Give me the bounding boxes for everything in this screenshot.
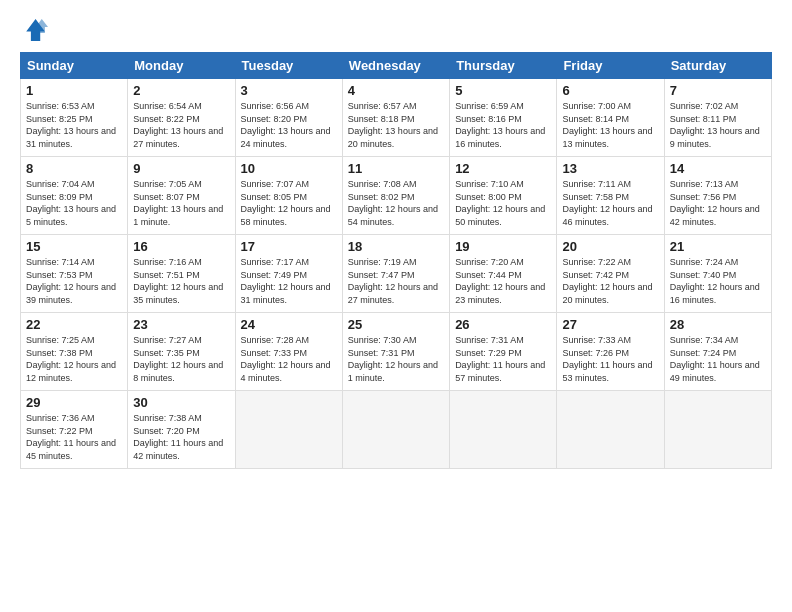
table-row: 5Sunrise: 6:59 AMSunset: 8:16 PMDaylight… [450,79,557,157]
table-row: 13Sunrise: 7:11 AMSunset: 7:58 PMDayligh… [557,157,664,235]
col-saturday: Saturday [664,53,771,79]
day-detail: Sunrise: 7:38 AMSunset: 7:20 PMDaylight:… [133,413,223,461]
day-number: 18 [348,239,444,254]
day-detail: Sunrise: 7:17 AMSunset: 7:49 PMDaylight:… [241,257,331,305]
table-row: 26Sunrise: 7:31 AMSunset: 7:29 PMDayligh… [450,313,557,391]
header [20,16,772,44]
day-number: 9 [133,161,229,176]
week-row-1: 1Sunrise: 6:53 AMSunset: 8:25 PMDaylight… [21,79,772,157]
day-number: 17 [241,239,337,254]
table-row: 10Sunrise: 7:07 AMSunset: 8:05 PMDayligh… [235,157,342,235]
col-thursday: Thursday [450,53,557,79]
day-detail: Sunrise: 7:16 AMSunset: 7:51 PMDaylight:… [133,257,223,305]
day-number: 19 [455,239,551,254]
day-detail: Sunrise: 6:53 AMSunset: 8:25 PMDaylight:… [26,101,116,149]
table-row: 22Sunrise: 7:25 AMSunset: 7:38 PMDayligh… [21,313,128,391]
day-detail: Sunrise: 7:02 AMSunset: 8:11 PMDaylight:… [670,101,760,149]
day-detail: Sunrise: 7:30 AMSunset: 7:31 PMDaylight:… [348,335,438,383]
day-detail: Sunrise: 7:04 AMSunset: 8:09 PMDaylight:… [26,179,116,227]
day-detail: Sunrise: 7:24 AMSunset: 7:40 PMDaylight:… [670,257,760,305]
col-tuesday: Tuesday [235,53,342,79]
day-number: 16 [133,239,229,254]
table-row: 1Sunrise: 6:53 AMSunset: 8:25 PMDaylight… [21,79,128,157]
col-sunday: Sunday [21,53,128,79]
table-row: 24Sunrise: 7:28 AMSunset: 7:33 PMDayligh… [235,313,342,391]
day-number: 20 [562,239,658,254]
day-number: 21 [670,239,766,254]
col-monday: Monday [128,53,235,79]
table-row: 28Sunrise: 7:34 AMSunset: 7:24 PMDayligh… [664,313,771,391]
week-row-4: 22Sunrise: 7:25 AMSunset: 7:38 PMDayligh… [21,313,772,391]
table-row: 19Sunrise: 7:20 AMSunset: 7:44 PMDayligh… [450,235,557,313]
day-number: 22 [26,317,122,332]
table-row [450,391,557,469]
table-row: 20Sunrise: 7:22 AMSunset: 7:42 PMDayligh… [557,235,664,313]
table-row [342,391,449,469]
page: Sunday Monday Tuesday Wednesday Thursday… [0,0,792,612]
col-wednesday: Wednesday [342,53,449,79]
table-row [664,391,771,469]
day-number: 23 [133,317,229,332]
day-number: 24 [241,317,337,332]
table-row: 18Sunrise: 7:19 AMSunset: 7:47 PMDayligh… [342,235,449,313]
table-row [235,391,342,469]
table-row: 14Sunrise: 7:13 AMSunset: 7:56 PMDayligh… [664,157,771,235]
day-detail: Sunrise: 7:28 AMSunset: 7:33 PMDaylight:… [241,335,331,383]
day-detail: Sunrise: 7:14 AMSunset: 7:53 PMDaylight:… [26,257,116,305]
table-row: 21Sunrise: 7:24 AMSunset: 7:40 PMDayligh… [664,235,771,313]
table-row [557,391,664,469]
table-row: 11Sunrise: 7:08 AMSunset: 8:02 PMDayligh… [342,157,449,235]
table-row: 25Sunrise: 7:30 AMSunset: 7:31 PMDayligh… [342,313,449,391]
day-number: 6 [562,83,658,98]
day-detail: Sunrise: 7:07 AMSunset: 8:05 PMDaylight:… [241,179,331,227]
day-detail: Sunrise: 7:22 AMSunset: 7:42 PMDaylight:… [562,257,652,305]
day-detail: Sunrise: 7:34 AMSunset: 7:24 PMDaylight:… [670,335,760,383]
day-detail: Sunrise: 6:57 AMSunset: 8:18 PMDaylight:… [348,101,438,149]
day-detail: Sunrise: 7:20 AMSunset: 7:44 PMDaylight:… [455,257,545,305]
day-number: 12 [455,161,551,176]
day-number: 5 [455,83,551,98]
day-detail: Sunrise: 7:31 AMSunset: 7:29 PMDaylight:… [455,335,545,383]
day-detail: Sunrise: 7:05 AMSunset: 8:07 PMDaylight:… [133,179,223,227]
week-row-2: 8Sunrise: 7:04 AMSunset: 8:09 PMDaylight… [21,157,772,235]
table-row: 9Sunrise: 7:05 AMSunset: 8:07 PMDaylight… [128,157,235,235]
day-detail: Sunrise: 6:54 AMSunset: 8:22 PMDaylight:… [133,101,223,149]
logo-icon [20,16,48,44]
day-detail: Sunrise: 7:27 AMSunset: 7:35 PMDaylight:… [133,335,223,383]
day-detail: Sunrise: 7:11 AMSunset: 7:58 PMDaylight:… [562,179,652,227]
table-row: 8Sunrise: 7:04 AMSunset: 8:09 PMDaylight… [21,157,128,235]
day-number: 4 [348,83,444,98]
day-number: 27 [562,317,658,332]
week-row-3: 15Sunrise: 7:14 AMSunset: 7:53 PMDayligh… [21,235,772,313]
table-row: 27Sunrise: 7:33 AMSunset: 7:26 PMDayligh… [557,313,664,391]
table-row: 6Sunrise: 7:00 AMSunset: 8:14 PMDaylight… [557,79,664,157]
day-number: 15 [26,239,122,254]
day-detail: Sunrise: 6:56 AMSunset: 8:20 PMDaylight:… [241,101,331,149]
table-row: 16Sunrise: 7:16 AMSunset: 7:51 PMDayligh… [128,235,235,313]
day-number: 30 [133,395,229,410]
day-number: 7 [670,83,766,98]
day-number: 26 [455,317,551,332]
day-detail: Sunrise: 7:00 AMSunset: 8:14 PMDaylight:… [562,101,652,149]
day-number: 28 [670,317,766,332]
day-number: 14 [670,161,766,176]
day-detail: Sunrise: 7:08 AMSunset: 8:02 PMDaylight:… [348,179,438,227]
day-number: 10 [241,161,337,176]
day-detail: Sunrise: 7:13 AMSunset: 7:56 PMDaylight:… [670,179,760,227]
day-number: 8 [26,161,122,176]
day-number: 25 [348,317,444,332]
day-detail: Sunrise: 7:36 AMSunset: 7:22 PMDaylight:… [26,413,116,461]
table-row: 23Sunrise: 7:27 AMSunset: 7:35 PMDayligh… [128,313,235,391]
day-detail: Sunrise: 7:10 AMSunset: 8:00 PMDaylight:… [455,179,545,227]
day-detail: Sunrise: 7:33 AMSunset: 7:26 PMDaylight:… [562,335,652,383]
day-number: 13 [562,161,658,176]
header-row: Sunday Monday Tuesday Wednesday Thursday… [21,53,772,79]
table-row: 3Sunrise: 6:56 AMSunset: 8:20 PMDaylight… [235,79,342,157]
day-number: 1 [26,83,122,98]
week-row-5: 29Sunrise: 7:36 AMSunset: 7:22 PMDayligh… [21,391,772,469]
table-row: 30Sunrise: 7:38 AMSunset: 7:20 PMDayligh… [128,391,235,469]
table-row: 15Sunrise: 7:14 AMSunset: 7:53 PMDayligh… [21,235,128,313]
table-row: 7Sunrise: 7:02 AMSunset: 8:11 PMDaylight… [664,79,771,157]
table-row: 4Sunrise: 6:57 AMSunset: 8:18 PMDaylight… [342,79,449,157]
table-row: 17Sunrise: 7:17 AMSunset: 7:49 PMDayligh… [235,235,342,313]
